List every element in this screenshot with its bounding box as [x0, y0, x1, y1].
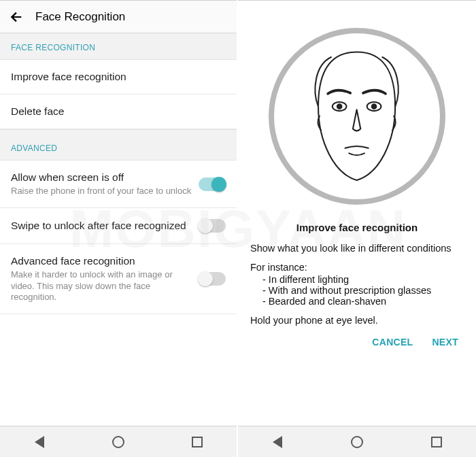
triangle-back-icon	[273, 436, 282, 448]
item-label: Improve face recognition	[11, 71, 226, 83]
item-label: Swipe to unlock after face recognized	[11, 220, 192, 232]
next-button[interactable]: NEXT	[432, 337, 458, 348]
improve-bullets: In different lighting With and without p…	[250, 274, 464, 307]
bullet-item: Bearded and clean-shaven	[262, 296, 464, 307]
nav-home-button[interactable]	[350, 435, 364, 450]
svg-point-3	[372, 105, 377, 109]
android-nav-bar	[0, 426, 237, 457]
face-illustration	[238, 1, 476, 205]
improve-subtitle: Show what you look like in different con…	[250, 243, 464, 254]
improve-for-label: For instance:	[250, 262, 464, 273]
improve-hold: Hold your phone at eye level.	[250, 315, 464, 326]
arrow-left-icon	[9, 10, 24, 24]
circle-home-icon	[112, 436, 124, 448]
item-allow-screen-off[interactable]: Allow when screen is off Raise the phone…	[0, 160, 237, 208]
nav-back-button[interactable]	[270, 435, 285, 450]
triangle-back-icon	[35, 436, 44, 448]
nav-recents-button[interactable]	[429, 435, 444, 450]
back-button[interactable]	[7, 7, 26, 27]
toggle-swipe-unlock[interactable]	[199, 219, 226, 233]
item-label: Advanced face recognition	[11, 255, 192, 267]
appbar: Face Recognition	[0, 1, 237, 33]
square-recents-icon	[431, 437, 442, 447]
section-header-face: FACE RECOGNITION	[0, 33, 237, 60]
item-swipe-unlock[interactable]: Swipe to unlock after face recognized	[0, 208, 237, 244]
item-label: Allow when screen is off	[11, 171, 192, 184]
cancel-button[interactable]: CANCEL	[372, 337, 413, 348]
nav-home-button[interactable]	[111, 435, 126, 450]
nav-back-button[interactable]	[32, 435, 47, 450]
bullet-item: In different lighting	[262, 274, 464, 285]
circle-home-icon	[351, 436, 363, 448]
square-recents-icon	[192, 437, 203, 447]
dialog-actions: CANCEL NEXT	[238, 333, 476, 353]
android-nav-bar	[238, 426, 476, 457]
settings-screen: Face Recognition FACE RECOGNITION Improv…	[0, 0, 238, 457]
nav-recents-button[interactable]	[190, 435, 205, 450]
item-label: Delete face	[11, 105, 226, 118]
toggle-advanced-face[interactable]	[199, 272, 226, 286]
item-advanced-face[interactable]: Advanced face recognition Make it harder…	[0, 244, 237, 314]
improve-title: Improve face recognition	[250, 222, 464, 233]
improve-face-screen: Improve face recognition Show what you l…	[238, 0, 476, 457]
page-title: Face Recognition	[35, 10, 125, 24]
bullet-item: With and without prescription glasses	[262, 285, 464, 296]
svg-point-1	[337, 105, 342, 109]
section-header-advanced: ADVANCED	[0, 129, 237, 160]
improve-text-block: Improve face recognition Show what you l…	[238, 205, 476, 333]
item-sub: Make it harder to unlock with an image o…	[11, 269, 192, 303]
item-delete-face[interactable]: Delete face	[0, 95, 237, 129]
face-icon	[290, 46, 423, 186]
toggle-allow-screen-off[interactable]	[199, 177, 226, 191]
item-improve-face[interactable]: Improve face recognition	[0, 60, 237, 95]
item-sub: Raise the phone in front of your face to…	[11, 186, 192, 197]
